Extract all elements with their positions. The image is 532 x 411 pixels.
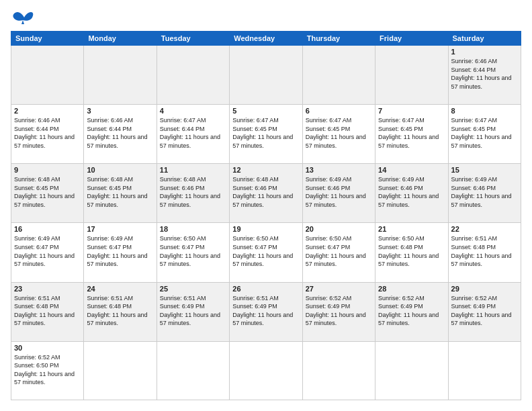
day-info: Sunrise: 6:47 AMSunset: 6:45 PMDaylight:… [232, 116, 299, 150]
weekday-header-monday: Monday [84, 32, 157, 46]
day-info: Sunrise: 6:52 AMSunset: 6:49 PMDaylight:… [306, 294, 372, 328]
sunrise-text: Sunrise: 6:50 AM [232, 234, 299, 243]
day-number: 29 [451, 285, 518, 293]
day-info: Sunrise: 6:46 AMSunset: 6:44 PMDaylight:… [451, 57, 518, 91]
calendar-cell: 25Sunrise: 6:51 AMSunset: 6:49 PMDayligh… [157, 282, 229, 341]
sunrise-text: Sunrise: 6:49 AM [306, 175, 372, 184]
daylight-text: Daylight: 11 hours and 57 minutes. [232, 192, 299, 209]
calendar-cell [11, 46, 84, 105]
day-number: 15 [451, 166, 518, 174]
day-info: Sunrise: 6:48 AMSunset: 6:45 PMDaylight:… [87, 175, 153, 209]
sunset-text: Sunset: 6:49 PM [306, 302, 372, 311]
calendar-cell [84, 341, 157, 400]
daylight-text: Daylight: 11 hours and 57 minutes. [160, 252, 226, 269]
sunrise-text: Sunrise: 6:49 AM [87, 234, 153, 243]
calendar-cell [375, 46, 448, 105]
sunrise-text: Sunrise: 6:52 AM [378, 294, 445, 303]
calendar-week-3: 16Sunrise: 6:49 AMSunset: 6:47 PMDayligh… [11, 223, 521, 282]
day-info: Sunrise: 6:51 AMSunset: 6:48 PMDaylight:… [451, 234, 518, 268]
daylight-text: Daylight: 11 hours and 57 minutes. [14, 252, 81, 269]
daylight-text: Daylight: 11 hours and 57 minutes. [160, 192, 226, 209]
day-number: 25 [160, 285, 226, 293]
daylight-text: Daylight: 11 hours and 57 minutes. [378, 133, 445, 150]
day-number: 3 [87, 107, 153, 115]
calendar-cell: 1Sunrise: 6:46 AMSunset: 6:44 PMDaylight… [448, 46, 521, 105]
day-info: Sunrise: 6:50 AMSunset: 6:47 PMDaylight:… [160, 234, 226, 268]
day-number: 10 [87, 166, 153, 174]
weekday-header-row: SundayMondayTuesdayWednesdayThursdayFrid… [11, 32, 521, 46]
calendar-cell: 14Sunrise: 6:49 AMSunset: 6:46 PMDayligh… [375, 164, 448, 223]
daylight-text: Daylight: 11 hours and 57 minutes. [87, 252, 153, 269]
daylight-text: Daylight: 11 hours and 57 minutes. [451, 192, 518, 209]
day-info: Sunrise: 6:47 AMSunset: 6:45 PMDaylight:… [451, 116, 518, 150]
sunset-text: Sunset: 6:44 PM [160, 125, 226, 134]
sunrise-text: Sunrise: 6:51 AM [160, 294, 226, 303]
daylight-text: Daylight: 11 hours and 57 minutes. [451, 252, 518, 269]
sunrise-text: Sunrise: 6:52 AM [306, 294, 372, 303]
sunrise-text: Sunrise: 6:51 AM [451, 234, 518, 243]
day-number: 5 [232, 107, 299, 115]
day-number: 28 [378, 285, 445, 293]
calendar-cell: 12Sunrise: 6:48 AMSunset: 6:46 PMDayligh… [230, 164, 302, 223]
sunrise-text: Sunrise: 6:52 AM [451, 294, 518, 303]
day-number: 30 [14, 344, 81, 352]
sunset-text: Sunset: 6:45 PM [14, 184, 81, 193]
day-number: 23 [14, 285, 81, 293]
daylight-text: Daylight: 11 hours and 57 minutes. [14, 133, 81, 150]
sunset-text: Sunset: 6:49 PM [232, 302, 299, 311]
day-info: Sunrise: 6:46 AMSunset: 6:44 PMDaylight:… [14, 116, 81, 150]
calendar-cell [157, 46, 229, 105]
daylight-text: Daylight: 11 hours and 57 minutes. [378, 252, 445, 269]
sunset-text: Sunset: 6:48 PM [14, 302, 81, 311]
sunset-text: Sunset: 6:45 PM [451, 125, 518, 134]
sunrise-text: Sunrise: 6:51 AM [87, 294, 153, 303]
daylight-text: Daylight: 11 hours and 57 minutes. [87, 192, 153, 209]
daylight-text: Daylight: 11 hours and 57 minutes. [160, 311, 226, 328]
day-info: Sunrise: 6:51 AMSunset: 6:48 PMDaylight:… [87, 294, 153, 328]
calendar-cell: 5Sunrise: 6:47 AMSunset: 6:45 PMDaylight… [230, 105, 302, 164]
day-info: Sunrise: 6:48 AMSunset: 6:46 PMDaylight:… [160, 175, 226, 209]
day-number: 7 [378, 107, 445, 115]
day-number: 2 [14, 107, 81, 115]
sunrise-text: Sunrise: 6:46 AM [87, 116, 153, 125]
calendar-cell [448, 341, 521, 400]
page: SundayMondayTuesdayWednesdayThursdayFrid… [0, 0, 532, 411]
day-number: 9 [14, 166, 81, 174]
daylight-text: Daylight: 11 hours and 57 minutes. [232, 133, 299, 150]
calendar-cell [302, 341, 375, 400]
calendar-cell [230, 46, 302, 105]
calendar-cell: 3Sunrise: 6:46 AMSunset: 6:44 PMDaylight… [84, 105, 157, 164]
weekday-header-tuesday: Tuesday [157, 32, 229, 46]
sunset-text: Sunset: 6:47 PM [306, 243, 372, 252]
daylight-text: Daylight: 11 hours and 57 minutes. [14, 311, 81, 328]
day-number: 6 [306, 107, 372, 115]
day-info: Sunrise: 6:48 AMSunset: 6:45 PMDaylight:… [14, 175, 81, 209]
sunset-text: Sunset: 6:46 PM [451, 184, 518, 193]
daylight-text: Daylight: 11 hours and 57 minutes. [306, 252, 372, 269]
calendar-cell: 28Sunrise: 6:52 AMSunset: 6:49 PMDayligh… [375, 282, 448, 341]
sunset-text: Sunset: 6:46 PM [306, 184, 372, 193]
calendar-cell: 8Sunrise: 6:47 AMSunset: 6:45 PMDaylight… [448, 105, 521, 164]
calendar-cell: 19Sunrise: 6:50 AMSunset: 6:47 PMDayligh… [230, 223, 302, 282]
sunrise-text: Sunrise: 6:50 AM [378, 234, 445, 243]
calendar-cell [84, 46, 157, 105]
daylight-text: Daylight: 11 hours and 57 minutes. [306, 311, 372, 328]
daylight-text: Daylight: 11 hours and 57 minutes. [451, 74, 518, 91]
calendar-week-0: 1Sunrise: 6:46 AMSunset: 6:44 PMDaylight… [11, 46, 521, 105]
day-info: Sunrise: 6:50 AMSunset: 6:48 PMDaylight:… [378, 234, 445, 268]
daylight-text: Daylight: 11 hours and 57 minutes. [451, 311, 518, 328]
sunset-text: Sunset: 6:48 PM [451, 243, 518, 252]
calendar-cell [230, 341, 302, 400]
day-info: Sunrise: 6:49 AMSunset: 6:46 PMDaylight:… [378, 175, 445, 209]
day-number: 4 [160, 107, 226, 115]
sunrise-text: Sunrise: 6:51 AM [14, 294, 81, 303]
day-number: 11 [160, 166, 226, 174]
sunset-text: Sunset: 6:44 PM [14, 125, 81, 134]
calendar-week-1: 2Sunrise: 6:46 AMSunset: 6:44 PMDaylight… [11, 105, 521, 164]
daylight-text: Daylight: 11 hours and 57 minutes. [232, 252, 299, 269]
day-number: 20 [306, 225, 372, 233]
calendar-table: SundayMondayTuesdayWednesdayThursdayFrid… [11, 31, 521, 400]
calendar-week-2: 9Sunrise: 6:48 AMSunset: 6:45 PMDaylight… [11, 164, 521, 223]
calendar-cell: 23Sunrise: 6:51 AMSunset: 6:48 PMDayligh… [11, 282, 84, 341]
calendar-cell: 21Sunrise: 6:50 AMSunset: 6:48 PMDayligh… [375, 223, 448, 282]
